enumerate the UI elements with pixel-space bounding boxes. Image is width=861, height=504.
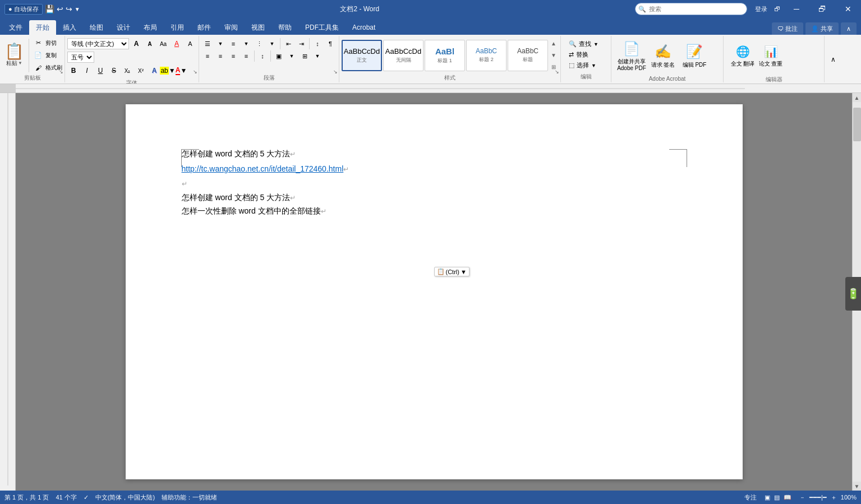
tab-design[interactable]: 设计 — [110, 20, 137, 35]
styles-expand-icon[interactable]: ↘ — [555, 69, 559, 75]
select-dropdown[interactable]: ▼ — [591, 63, 596, 68]
shading-dropdown[interactable]: ▼ — [286, 50, 298, 62]
paragraph-expand-icon[interactable]: ↘ — [333, 69, 338, 75]
select-button[interactable]: ⬚ 选择 ▼ — [567, 61, 605, 70]
request-sign-button[interactable]: ✍ 请求 签名 — [648, 39, 678, 73]
tab-insert[interactable]: 插入 — [56, 20, 83, 35]
clipboard-expand-icon[interactable]: ↘ — [59, 69, 63, 75]
border-dropdown[interactable]: ▼ — [311, 50, 324, 62]
full-translate-button[interactable]: 🌐 全文 翻译 — [729, 39, 756, 73]
ribbon-collapse-right-button[interactable]: ∧ — [827, 43, 839, 76]
minimize-button[interactable]: ─ — [784, 0, 809, 18]
view-web-button[interactable]: ▤ — [774, 494, 780, 501]
strikethrough-button[interactable]: S — [108, 65, 120, 76]
paste-widget-dropdown[interactable]: ▼ — [461, 269, 467, 275]
styles-scroll-down[interactable]: ▼ — [549, 50, 558, 61]
underline-button[interactable]: U — [94, 65, 107, 76]
increase-indent-button[interactable]: ⇥ — [295, 38, 307, 49]
font-size-select[interactable]: 五号 — [67, 52, 94, 63]
scroll-down-button[interactable]: ▼ — [853, 482, 862, 491]
font-clear-button[interactable]: A — [171, 38, 183, 49]
accessibility-status[interactable]: 辅助功能：一切就绪 — [162, 493, 217, 502]
multilevel-list-button[interactable]: ⋮ — [253, 38, 265, 49]
align-center-button[interactable]: ≡ — [214, 50, 227, 62]
save-icon[interactable]: 💾 — [45, 4, 54, 13]
align-left-button[interactable]: ≡ — [201, 50, 214, 62]
bullet-dropdown[interactable]: ▼ — [214, 38, 227, 49]
sort-button[interactable]: ↕ — [311, 38, 324, 49]
view-normal-button[interactable]: ▣ — [765, 494, 770, 501]
proofing-status[interactable]: ✓ — [84, 494, 89, 501]
floating-side-icon[interactable]: 🔋 — [845, 277, 861, 311]
zoom-in-button[interactable]: ＋ — [831, 493, 837, 502]
search-input[interactable] — [635, 3, 747, 15]
create-share-button[interactable]: 📄 创建并共享 Adobe PDF — [617, 39, 646, 73]
find-button[interactable]: 🔍 查找 ▼ — [567, 39, 605, 49]
align-right-button[interactable]: ≡ — [227, 50, 240, 62]
font-name-select[interactable]: 等线 (中文正文) — [67, 38, 129, 49]
copy-button[interactable]: 📄 — [32, 50, 44, 61]
font-case-button[interactable]: Aa — [157, 38, 169, 49]
font-glyph-button[interactable]: A — [184, 38, 196, 49]
tab-layout[interactable]: 布局 — [137, 20, 164, 35]
font-size-shrink-button[interactable]: A — [144, 38, 156, 49]
replace-button[interactable]: ⇄ 替换 — [567, 50, 605, 59]
tab-home[interactable]: 开始 — [29, 20, 56, 35]
customize-icon[interactable]: ▼ — [75, 6, 80, 12]
login-button[interactable]: 登录 — [752, 4, 771, 15]
tab-view[interactable]: 视图 — [245, 20, 271, 35]
autosave-button[interactable]: ● 自动保存 — [4, 4, 43, 15]
shading-button[interactable]: ▣ — [273, 50, 285, 62]
tab-comment[interactable]: 🗨 批注 — [772, 22, 803, 35]
bold-button[interactable]: B — [67, 65, 80, 76]
redo-icon[interactable]: ↪ — [66, 4, 72, 13]
cut-button[interactable]: ✂ — [32, 38, 44, 49]
paper-review-button[interactable]: 📊 论文 查重 — [757, 39, 784, 73]
tab-review[interactable]: 审阅 — [218, 20, 245, 35]
style-normal[interactable]: AaBbCcDd 正文 — [342, 40, 382, 71]
tab-mailings[interactable]: 邮件 — [191, 20, 218, 35]
font-size-grow-button[interactable]: A — [130, 38, 142, 49]
decrease-indent-button[interactable]: ⇤ — [282, 38, 294, 49]
bullet-list-button[interactable]: ☰ — [201, 38, 214, 49]
language-status[interactable]: 中文(简体，中国大陆) — [95, 493, 155, 502]
number-dropdown[interactable]: ▼ — [240, 38, 252, 49]
ribbon-collapse-button[interactable]: 🗗 — [771, 4, 784, 13]
tab-file[interactable]: 文件 — [2, 20, 29, 35]
tab-share[interactable]: 👤 共享 — [805, 22, 839, 35]
multilevel-dropdown[interactable]: ▼ — [266, 38, 278, 49]
tab-references[interactable]: 引用 — [164, 20, 191, 35]
focus-mode[interactable]: 专注 — [744, 493, 757, 502]
paste-button[interactable]: 📋 粘贴 ▼ — [2, 43, 26, 68]
font-expand-icon[interactable]: ↘ — [193, 69, 197, 75]
scroll-up-button[interactable]: ▲ — [853, 93, 862, 102]
zoom-slider[interactable]: ━━━|━ — [809, 494, 827, 501]
scroll-thumb[interactable] — [853, 108, 861, 141]
border-button[interactable]: ⊞ — [298, 50, 311, 62]
format-painter-button[interactable]: 🖌 — [32, 62, 44, 73]
find-dropdown[interactable]: ▼ — [593, 41, 598, 47]
view-read-button[interactable]: 📖 — [784, 494, 791, 501]
italic-button[interactable]: I — [81, 65, 93, 76]
edit-pdf-button[interactable]: 📝 编辑 PDF — [680, 39, 709, 73]
text-effect-button[interactable]: A — [148, 65, 160, 76]
ribbon-collapse-btn[interactable]: ∧ — [841, 22, 857, 35]
justify-button[interactable]: ≡ — [240, 50, 252, 62]
document-area[interactable]: 怎样创建 word 文档的 5 大方法↵ http://tc.wangchao.… — [16, 93, 852, 491]
superscript-button[interactable]: X² — [135, 65, 147, 76]
highlight-button[interactable]: ab▼ — [162, 65, 174, 76]
style-heading2[interactable]: AaBbC 标题 2 — [466, 40, 507, 71]
tab-pdf-tools[interactable]: PDF工具集 — [298, 20, 346, 35]
style-title[interactable]: AaBbC 标题 — [508, 40, 548, 71]
number-list-button[interactable]: ≡ — [227, 38, 240, 49]
restore-button[interactable]: 🗗 — [809, 0, 835, 18]
font-color-button[interactable]: A▼ — [175, 65, 187, 76]
subscript-button[interactable]: X₂ — [121, 65, 133, 76]
line-spacing-button[interactable]: ↕ — [256, 50, 269, 62]
tab-help[interactable]: 帮助 — [271, 20, 298, 35]
zoom-out-button[interactable]: － — [799, 493, 805, 502]
styles-scroll-up[interactable]: ▲ — [549, 38, 558, 49]
tab-acrobat[interactable]: Acrobat — [346, 20, 382, 35]
tab-draw[interactable]: 绘图 — [83, 20, 110, 35]
style-no-spacing[interactable]: AaBbCcDd 无间隔 — [383, 40, 423, 71]
